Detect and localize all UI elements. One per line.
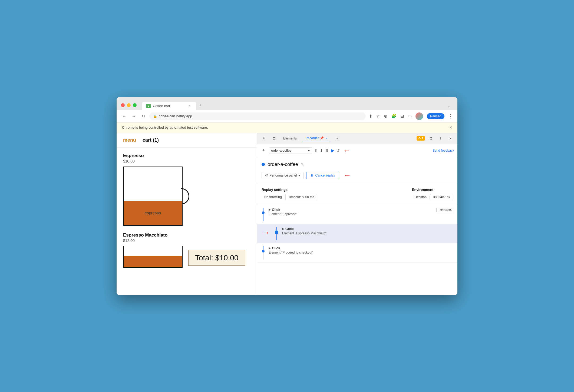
tab-more[interactable]: » [333, 135, 341, 142]
recording-title-row: order-a-coffee ✎ [262, 162, 453, 167]
profile-avatar[interactable] [415, 112, 423, 120]
paused-badge[interactable]: Paused [427, 113, 444, 119]
replay-settings-values: No throttling | Timeout: 5000 ms [262, 194, 317, 200]
replay-settings: Replay settings No throttling | Timeout:… [257, 183, 457, 205]
coffee-cup-espresso[interactable]: espresso [123, 167, 183, 226]
devtools-cursor-icon[interactable]: ↖ [260, 135, 268, 142]
step-item-3[interactable]: ▶ Click Element "Proceed to checkout" [257, 243, 457, 263]
performance-panel-button[interactable]: ↺ Performance panel ▾ [262, 172, 304, 179]
recorder-toolbar: + order-a-coffee ▾ ⬆ ⬇ 🗑 ▶ ↺ ← Send feed… [257, 144, 457, 157]
devtools-more-icon[interactable]: ⋮ [437, 135, 444, 142]
red-arrow-step-2: → [260, 227, 270, 238]
close-button[interactable] [121, 103, 125, 107]
lock-icon: 🔒 [153, 114, 157, 118]
tab-menu-button[interactable]: ⌄ [446, 102, 453, 110]
devtools-extension-icon[interactable]: 🧩 [391, 114, 397, 119]
active-tab[interactable]: V Coffee cart × [142, 102, 196, 110]
product-name-espresso: Espresso [123, 153, 250, 158]
send-feedback-link[interactable]: Send feedback [433, 149, 454, 152]
performance-dropdown-arrow: ▾ [298, 174, 300, 177]
browser-toolbar-icons: ⬆ ☆ ⊕ 🧩 ⊟ ▭ Paused ⋮ [369, 112, 453, 120]
cast-icon[interactable]: ⊟ [400, 114, 404, 119]
step-2-expand[interactable]: ▶ [282, 227, 284, 230]
sidebar-icon[interactable]: ▭ [408, 114, 412, 119]
tab-close-button[interactable]: × [187, 104, 192, 108]
step-1-detail: Element "Espresso" [269, 212, 436, 216]
share-icon[interactable]: ⬆ [369, 114, 372, 119]
step-2-action: ▶ Click [282, 227, 454, 231]
replay-settings-left: Replay settings No throttling | Timeout:… [262, 188, 317, 200]
recording-dropdown-arrow: ▾ [308, 149, 310, 152]
replay-settings-title: Replay settings [262, 188, 317, 192]
step-3-action: ▶ Click [269, 246, 454, 250]
webapp-panel: menu cart (1) Espresso $10.00 espresso [117, 133, 257, 295]
reload-button[interactable]: ↻ [140, 112, 146, 120]
extensions-icon[interactable]: ⊕ [384, 114, 387, 119]
traffic-lights [121, 103, 137, 107]
product-name-macchiato: Espresso Macchiato [123, 232, 250, 238]
replay-slow-icon[interactable]: ↺ [337, 148, 340, 153]
automated-notice-close[interactable]: × [450, 125, 452, 130]
step-1-expand[interactable]: ▶ [269, 208, 271, 211]
recording-detail: order-a-coffee ✎ ↺ Performance panel ▾ ⏸… [257, 157, 457, 183]
step-item-2[interactable]: → ▶ Click [257, 224, 457, 243]
browser-more-button[interactable]: ⋮ [448, 113, 453, 119]
step-3-expand[interactable]: ▶ [269, 247, 271, 250]
minimize-button[interactable] [127, 103, 131, 107]
cancel-replay-button[interactable]: ⏸ Cancel replay [306, 172, 339, 179]
devtools-settings-icon[interactable]: ⚙ [427, 135, 435, 142]
cup-body: espresso [123, 167, 183, 226]
red-arrow-cancel: ← [344, 171, 351, 180]
delete-recording-icon[interactable]: 🗑 [325, 148, 329, 153]
step-1-action: ▶ Click [269, 208, 436, 212]
recording-dropdown[interactable]: order-a-coffee ▾ [269, 147, 312, 154]
menu-nav-item[interactable]: menu [123, 137, 136, 143]
environment-title: Environment [412, 188, 453, 192]
tab-recorder[interactable]: Recorder 📌 × [302, 135, 331, 142]
step-2-detail: Element "Espresso Macchiato" [282, 231, 454, 235]
replay-settings-right: Environment Desktop | 380×487 px [412, 188, 453, 200]
tab-title: Coffee cart [153, 104, 170, 108]
edit-recording-icon[interactable]: ✎ [301, 162, 304, 167]
export-recording-icon[interactable]: ⬆ [314, 148, 318, 153]
step-item-1[interactable]: ▶ Click Element "Espresso" Total: $0.00 [257, 205, 457, 224]
cancel-replay-label: Cancel replay [315, 174, 335, 177]
product-item-macchiato: Espresso Macchiato $12.00 Total: $10.00 [123, 232, 250, 268]
cancel-replay-pause-icon: ⏸ [310, 174, 314, 177]
total-text: Total: $10.00 [195, 254, 238, 262]
recording-dropdown-value: order-a-coffee [271, 149, 292, 152]
add-recording-button[interactable]: + [260, 147, 267, 154]
bookmark-icon[interactable]: ☆ [376, 114, 380, 119]
devtools-responsive-icon[interactable]: ⊡ [270, 135, 278, 142]
cup-handle [181, 188, 189, 204]
recorder-action-icons: ⬆ ⬇ 🗑 ▶ ↺ [314, 148, 340, 153]
performance-panel-label: Performance panel [269, 174, 297, 177]
cart-nav-item[interactable]: cart (1) [143, 137, 159, 143]
devtools-header: ↖ ⊡ Elements Recorder 📌 × » ⚠ 1 ⚙ ⋮ × [257, 133, 457, 144]
desktop-value: Desktop [412, 194, 429, 200]
devtools-panel: ↖ ⊡ Elements Recorder 📌 × » ⚠ 1 ⚙ ⋮ × + … [257, 133, 457, 295]
timeout-value: Timeout: 5000 ms [285, 194, 317, 200]
import-recording-icon[interactable]: ⬇ [320, 148, 323, 153]
forward-button[interactable]: → [131, 113, 137, 120]
total-overlay: Total: $10.00 [188, 250, 245, 266]
preview-box-1: Total: $0.00 [436, 208, 454, 212]
maximize-button[interactable] [133, 103, 137, 107]
step-1-preview: Total: $0.00 [436, 208, 454, 212]
back-button[interactable]: ← [121, 113, 127, 120]
step-1-content: ▶ Click Element "Espresso" [269, 208, 436, 216]
performance-panel-icon: ↺ [265, 174, 268, 177]
product-list: Espresso $10.00 espresso Espresso Macchi… [117, 148, 257, 278]
url-bar[interactable]: 🔒 coffee-cart.netlify.app [149, 112, 366, 120]
step-2-content: ▶ Click Element "Espresso Macchiato" [282, 227, 454, 235]
automated-notice-text: Chrome is being controlled by automated … [122, 125, 208, 129]
replay-recording-icon[interactable]: ▶ [331, 148, 334, 153]
steps-list: ▶ Click Element "Espresso" Total: $0.00 [257, 205, 457, 295]
notification-badge: ⚠ 1 [417, 136, 425, 141]
tab-elements[interactable]: Elements [280, 135, 300, 142]
new-tab-button[interactable]: + [196, 100, 206, 110]
devtools-close-icon[interactable]: × [447, 135, 454, 142]
recording-status-dot [262, 163, 265, 166]
tab-favicon: V [146, 104, 151, 108]
environment-values: Desktop | 380×487 px [412, 194, 453, 200]
